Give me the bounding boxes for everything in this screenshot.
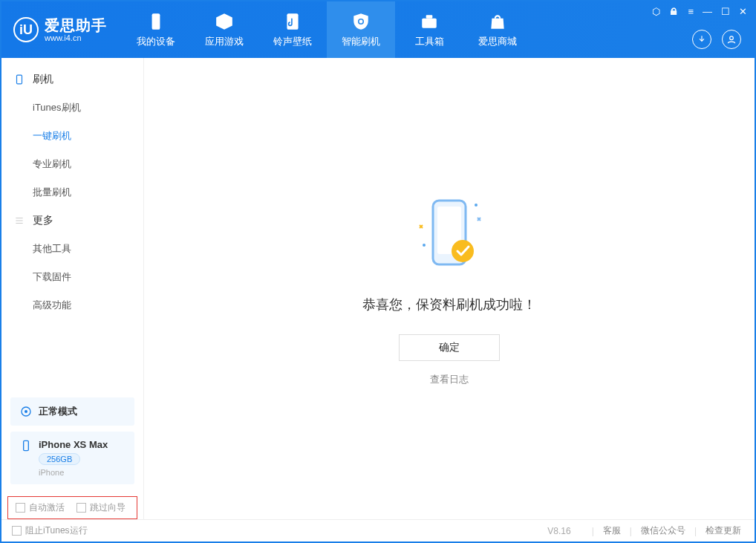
sidebar-group-title: 更多 <box>33 214 53 227</box>
shield-sync-icon <box>351 11 371 32</box>
tab-label: 爱思商城 <box>478 35 517 48</box>
phone-small-icon <box>19 439 33 452</box>
checkbox-label: 自动激活 <box>29 501 65 514</box>
device-capacity: 256GB <box>39 453 80 465</box>
mode-icon <box>19 405 33 418</box>
tab-label: 铃声壁纸 <box>273 35 312 48</box>
tab-my-device[interactable]: 我的设备 <box>122 1 190 58</box>
tab-store[interactable]: 爱思商城 <box>463 1 532 58</box>
sidebar-group-flash: 刷机 <box>1 65 143 94</box>
header-tabs: 我的设备 应用游戏 铃声壁纸 智能刷机 工具箱 爱思商城 <box>122 1 532 58</box>
tab-label: 智能刷机 <box>342 35 380 48</box>
bag-icon <box>488 11 507 32</box>
tab-ringtones[interactable]: 铃声壁纸 <box>258 1 327 58</box>
sidebar-group-more: 更多 <box>1 207 143 235</box>
user-icon[interactable] <box>722 30 741 49</box>
svg-point-12 <box>423 244 426 247</box>
version-text: V8.16 <box>547 526 570 536</box>
tab-label: 我的设备 <box>137 35 175 48</box>
tab-label: 应用游戏 <box>205 35 244 48</box>
app-header: iU 爱思助手 www.i4.cn 我的设备 应用游戏 铃声壁纸 智能刷机 工具… <box>1 1 755 58</box>
list-icon <box>13 215 25 227</box>
cube-icon <box>215 11 234 32</box>
svg-point-7 <box>25 410 27 413</box>
sidebar-item-oneclick-flash[interactable]: 一键刷机 <box>1 122 143 150</box>
logo-text-url: www.i4.cn <box>45 33 107 42</box>
footer: 阻止iTunes运行 V8.16 | 客服 | 微信公众号 | 检查更新 <box>1 519 755 542</box>
main-content: 恭喜您，保资料刷机成功啦！ 确定 查看日志 <box>144 58 755 519</box>
window-controls: ⬡ 🔒︎ ≡ — ☐ ✕ <box>652 6 747 17</box>
view-log-link[interactable]: 查看日志 <box>430 373 469 386</box>
svg-rect-5 <box>17 75 22 84</box>
svg-rect-0 <box>152 13 160 30</box>
tab-label: 工具箱 <box>415 35 444 48</box>
checkbox-label: 阻止iTunes运行 <box>25 524 88 537</box>
logo-icon: iU <box>13 17 39 42</box>
success-illustration <box>405 192 494 281</box>
close-button[interactable]: ✕ <box>739 6 747 17</box>
ok-button[interactable]: 确定 <box>399 334 500 361</box>
sidebar-item-itunes-flash[interactable]: iTunes刷机 <box>1 94 143 122</box>
sidebar: 刷机 iTunes刷机 一键刷机 专业刷机 批量刷机 更多 其他工具 下载固件 … <box>1 58 144 519</box>
svg-point-13 <box>475 204 478 207</box>
tab-smart-flash[interactable]: 智能刷机 <box>327 1 395 58</box>
sidebar-item-download-firmware[interactable]: 下载固件 <box>1 263 143 291</box>
checkbox-icon <box>12 526 22 536</box>
sidebar-item-pro-flash[interactable]: 专业刷机 <box>1 150 143 178</box>
minimize-button[interactable]: — <box>703 6 712 17</box>
toolbox-icon <box>420 11 439 32</box>
tab-toolbox[interactable]: 工具箱 <box>395 1 463 58</box>
lock-icon[interactable]: 🔒︎ <box>669 6 679 17</box>
tab-apps-games[interactable]: 应用游戏 <box>190 1 258 58</box>
success-message: 恭喜您，保资料刷机成功啦！ <box>362 296 536 313</box>
device-mode-text: 正常模式 <box>39 405 77 418</box>
device-mode-row[interactable]: 正常模式 <box>10 397 134 426</box>
highlighted-options: 自动激活 跳过向导 <box>7 496 137 519</box>
menu-icon[interactable]: ≡ <box>688 6 694 17</box>
divider: | <box>688 526 703 536</box>
checkbox-icon <box>16 503 25 513</box>
svg-rect-3 <box>426 15 433 18</box>
device-icon <box>146 11 166 32</box>
device-info-row[interactable]: iPhone XS Max 256GB iPhone <box>10 432 134 484</box>
footer-link-support[interactable]: 客服 <box>600 524 624 537</box>
checkbox-label: 跳过向导 <box>90 501 126 514</box>
svg-point-11 <box>452 240 474 262</box>
device-name: iPhone XS Max <box>39 439 108 450</box>
phone-icon <box>13 74 25 85</box>
footer-link-wechat[interactable]: 微信公众号 <box>638 524 688 537</box>
logo: iU 爱思助手 www.i4.cn <box>1 1 122 58</box>
sidebar-item-batch-flash[interactable]: 批量刷机 <box>1 178 143 207</box>
svg-rect-2 <box>422 19 437 28</box>
sidebar-item-advanced[interactable]: 高级功能 <box>1 291 143 319</box>
maximize-button[interactable]: ☐ <box>721 6 730 17</box>
svg-rect-1 <box>287 13 298 30</box>
device-type: iPhone <box>39 468 108 477</box>
header-right-icons <box>692 30 741 49</box>
device-panel: 正常模式 iPhone XS Max 256GB iPhone <box>1 391 143 493</box>
sidebar-group-title: 刷机 <box>33 73 53 86</box>
logo-text-cn: 爱思助手 <box>45 17 107 33</box>
divider: | <box>586 526 600 536</box>
file-music-icon <box>283 11 302 32</box>
checkbox-icon <box>76 503 86 513</box>
checkbox-auto-activate[interactable]: 自动激活 <box>16 501 65 514</box>
sidebar-item-other-tools[interactable]: 其他工具 <box>1 235 143 263</box>
divider: | <box>624 526 638 536</box>
svg-point-4 <box>730 36 734 40</box>
checkbox-block-itunes[interactable]: 阻止iTunes运行 <box>12 524 88 537</box>
download-icon[interactable] <box>692 30 711 49</box>
footer-link-update[interactable]: 检查更新 <box>703 524 744 537</box>
shirt-icon[interactable]: ⬡ <box>652 6 660 17</box>
svg-rect-8 <box>24 440 29 450</box>
checkbox-skip-guide[interactable]: 跳过向导 <box>76 501 126 514</box>
